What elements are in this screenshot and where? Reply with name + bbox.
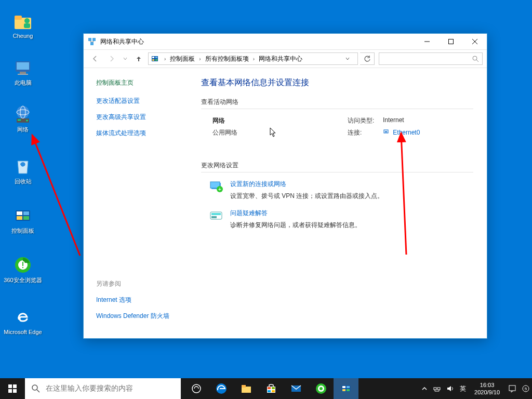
search-placeholder: 在这里输入你要搜索的内容 [46,384,133,393]
sidebar-header[interactable]: 控制面板主页 [96,78,188,87]
windows-logo-icon [8,384,17,393]
desktop-icon-label: 此电脑 [15,79,32,86]
svg-point-2 [24,18,30,23]
svg-rect-22 [22,267,23,268]
history-dropdown[interactable] [121,51,129,66]
link-media-streaming-options[interactable]: 媒体流式处理选项 [96,129,188,138]
chevron-right-icon[interactable]: › [197,56,203,62]
link-change-adapter-settings[interactable]: 更改适配器设置 [96,97,188,105]
breadcrumb-dropdown[interactable] [345,56,355,61]
taskbar-mail[interactable] [284,378,309,399]
refresh-button[interactable] [360,52,375,65]
desktop-icon-network[interactable]: 网络 [3,104,43,133]
titlebar[interactable]: 网络和共享中心 [84,34,487,49]
svg-rect-77 [509,385,515,391]
svg-point-13 [26,120,28,122]
svg-rect-16 [23,211,29,215]
svg-rect-69 [347,386,350,388]
svg-rect-18 [23,216,29,220]
svg-rect-3 [24,23,30,28]
setup-new-connection-link[interactable]: 设置新的连接或网络 [230,180,383,189]
up-button[interactable] [131,51,146,66]
svg-rect-38 [155,59,157,61]
svg-rect-37 [152,59,154,61]
network-type: 公用网络 [212,128,348,137]
maximize-button[interactable] [439,34,463,49]
connection-link[interactable]: Ethernet0 [383,128,420,137]
svg-rect-73 [437,388,440,390]
edge-icon [12,307,33,327]
new-connection-icon: + [209,180,224,194]
link-internet-options[interactable]: Internet 选项 [96,296,188,304]
desktop-icon-label: 360安全浏览器 [4,276,42,284]
svg-point-66 [320,387,323,390]
start-button[interactable] [0,378,25,399]
troubleshoot-link[interactable]: 问题疑难解答 [230,209,361,218]
chevron-right-icon[interactable]: › [251,56,257,62]
desktop-icon-user[interactable]: Cheung [3,10,43,39]
svg-rect-5 [17,62,29,70]
svg-rect-26 [92,38,96,41]
svg-rect-12 [18,119,21,121]
tray-time: 16:03 [474,381,500,389]
control-panel-icon [12,205,33,226]
svg-rect-17 [17,216,22,220]
desktop-icon-recycle-bin[interactable]: 回收站 [3,156,43,185]
svg-point-54 [192,384,201,393]
tray-volume-icon[interactable] [446,384,455,393]
active-network-row: 网络 公用网络 访问类型:Internet 连接: Ethernet0 [201,116,473,140]
user-folder-icon [12,10,33,31]
link-advanced-sharing-settings[interactable]: 更改高级共享设置 [96,113,188,122]
globe-network-icon [12,104,33,125]
minimize-button[interactable] [415,34,439,49]
monitor-icon [12,57,33,78]
address-breadcrumb[interactable]: › 控制面板 › 所有控制面板项 › 网络和共享中心 [148,52,358,65]
360-browser-icon [12,255,33,275]
svg-point-8 [17,106,29,118]
tray-date: 2020/9/10 [474,389,500,396]
desktop-icon-this-pc[interactable]: 此电脑 [3,57,43,86]
navigation-bar: › 控制面板 › 所有控制面板项 › 网络和共享中心 [84,49,487,68]
desktop-icon-360-browser[interactable]: 360安全浏览器 [3,255,43,284]
forward-button[interactable] [104,51,119,66]
svg-rect-72 [434,388,436,390]
connection-label: 连接: [348,128,383,137]
taskbar-control-panel-active[interactable] [334,378,358,399]
access-type-value: Internet [383,116,404,125]
svg-point-52 [32,385,37,390]
crumb-network-center[interactable]: 网络和共享中心 [258,55,303,63]
tray-extra-icon[interactable]: 5 [522,384,530,393]
taskbar-file-explorer[interactable] [234,378,259,399]
svg-line-29 [92,41,94,42]
search-box[interactable] [379,52,483,65]
tray-action-center-icon[interactable] [508,384,516,393]
svg-rect-68 [342,386,345,388]
svg-rect-35 [152,57,154,58]
svg-rect-41 [384,130,388,133]
tray-clock[interactable]: 16:03 2020/9/10 [471,381,503,396]
desktop-icon-edge[interactable]: Microsoft Edge [3,307,43,336]
svg-rect-31 [449,39,454,44]
taskbar-search[interactable]: 在这里输入你要搜索的内容 [25,378,181,399]
taskbar-store[interactable] [259,378,284,399]
svg-point-39 [473,56,477,60]
desktop-icon-control-panel[interactable]: 控制面板 [3,205,43,234]
task-view-button[interactable] [184,378,209,399]
troubleshoot-item: 问题疑难解答 诊断并修复网络问题，或者获得疑难解答信息。 [209,209,473,230]
setup-new-connection-desc: 设置宽带、拨号或 VPN 连接；或设置路由器或接入点。 [230,192,383,201]
crumb-all-items[interactable]: 所有控制面板项 [204,55,250,63]
svg-rect-49 [211,213,221,215]
close-button[interactable] [463,34,487,49]
crumb-control-panel[interactable]: 控制面板 [169,55,196,63]
tray-chevron-up-icon[interactable] [421,385,428,392]
setup-new-connection-item: + 设置新的连接或网络 设置宽带、拨号或 VPN 连接；或设置路由器或接入点。 [209,180,473,201]
back-button[interactable] [88,51,102,66]
taskbar-360-browser[interactable] [309,378,334,399]
link-windows-defender-firewall[interactable]: Windows Defender 防火墙 [96,312,188,321]
tray-ime-indicator[interactable]: 英 [460,384,466,393]
desktop-icon-label: 回收站 [15,178,32,185]
svg-rect-60 [272,387,275,389]
taskbar-edge[interactable] [209,378,234,399]
tray-network-icon[interactable] [433,384,441,393]
chevron-right-icon[interactable]: › [162,56,168,62]
